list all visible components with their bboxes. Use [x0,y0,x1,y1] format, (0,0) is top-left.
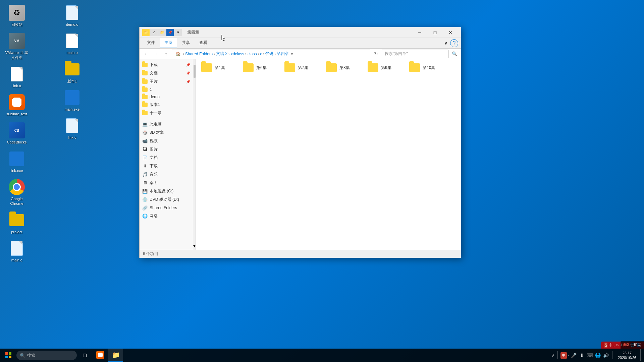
ime-dot-indicator[interactable]: · [568,353,569,357]
main-o-icon [66,34,78,48]
desktop-icon-demo-c[interactable]: demo.c [59,3,86,28]
link-o-label: link.o [12,83,21,88]
tab-file[interactable]: 文件 [142,38,160,48]
desktop-icon-main-c[interactable]: main.c [3,239,30,264]
file-item-ep9[interactable]: 第9集 [365,62,405,73]
forward-button[interactable]: → [152,50,160,58]
path-wengao[interactable]: 文稿 2 [216,51,227,57]
path-chapter4[interactable]: 第四章 [277,51,289,57]
tab-share[interactable]: 共享 [177,38,195,48]
recycle-bin-icon: ♻ [9,5,25,21]
main-c-icon [11,241,23,256]
tab-home[interactable]: 主页 [160,38,177,48]
path-xdclass[interactable]: xdclass [231,52,244,56]
sidebar-item-pictures2[interactable]: 🖼 图片 [140,145,193,154]
path-c[interactable]: c [260,52,262,56]
address-path[interactable]: 🏠 › Shared Folders › 文稿 2 › xdclass › cl… [172,50,370,58]
sidebar-item-shared-folders[interactable]: 🔗 Shared Folders [140,204,193,212]
ribbon-help-btn[interactable]: ? [450,39,458,47]
pictures2-icon: 🖼 [142,147,148,152]
task-view-button[interactable]: ❑ [78,349,92,362]
ribbon-tabs: 文件 主页 共享 查看 ∨ ? [140,38,461,48]
taskbar-app-sublime[interactable] [93,349,108,362]
taskbar-search[interactable]: 🔍 搜索 [16,351,77,360]
sidebar-item-dvd-d[interactable]: 💿 DVD 驱动器 (D:) [140,195,193,204]
search-box[interactable]: 搜索"第四章" [382,50,449,58]
back-button[interactable]: ← [142,50,150,58]
desktop-icon-link-exe[interactable]: link.exe [3,149,30,174]
sidebar-item-documents2[interactable]: 📄 文档 [140,154,193,162]
file-item-ep1[interactable]: 第1集 [199,62,239,73]
start-button[interactable] [2,349,15,362]
tray-icon-volume[interactable]: 🔊 [603,352,609,359]
search-label: 搜索 [27,353,35,358]
sidebar-item-version1[interactable]: 版本1 [140,101,193,109]
file-item-ep7[interactable]: 第7集 [282,62,322,73]
desktop-icon-recycle-bin[interactable]: ♻ 回收站 [3,3,30,28]
show-hidden-icons-btn[interactable]: ∧ [552,353,555,358]
sidebar-item-this-pc[interactable]: 💻 此电脑 [140,120,193,128]
path-class[interactable]: class [248,52,257,56]
qa-btn2[interactable]: 📁 [158,29,166,36]
desktop-icon-codeblocks[interactable]: CB CodeBlocks [3,121,30,146]
tray-icon-microphone[interactable]: 🎤 [571,352,577,359]
sidebar-item-chapter11[interactable]: 十一章 [140,109,193,117]
sidebar-item-videos[interactable]: 📹 视频 [140,137,193,145]
sidebar-item-pictures[interactable]: 图片 📌 [140,77,193,86]
sidebar-item-network[interactable]: 🌐 网络 [140,212,193,220]
sidebar-item-downloads2[interactable]: ⬇ 下载 [140,162,193,170]
path-daima[interactable]: 代码 [265,51,273,57]
taskbar-app-explorer[interactable]: 📁 [108,349,123,362]
music-label: 音乐 [150,172,158,177]
path-sep-5: › [263,52,264,56]
show-desktop-btn[interactable] [640,349,642,361]
tray-icon-network[interactable]: 🌐 [595,352,601,359]
recycle-bin-label: 回收站 [11,22,22,27]
ribbon-chevron[interactable]: ∨ [442,40,450,47]
qa-pin-btn[interactable]: 📌 [166,29,174,36]
file-item-ep6[interactable]: 第6集 [240,62,280,73]
refresh-button[interactable]: ↻ [372,50,380,58]
ime-zh-indicator[interactable]: 中 [560,352,567,359]
qa-dropdown-btn[interactable]: ▼ [174,29,182,36]
path-shared-folders[interactable]: Shared Folders [185,52,213,56]
sidebar-item-local-c[interactable]: 💾 本地磁盘 (C:) [140,187,193,195]
sidebar-scrollbar[interactable]: ▼ [193,59,196,250]
link-exe-label: link.exe [10,168,23,173]
taskbar-clock[interactable]: 23:17 2020/10/26 [615,351,639,360]
desktop-icon-main-o[interactable]: main.o [59,32,86,56]
file-item-ep8[interactable]: 第8集 [323,62,364,73]
desktop-icon-link-o[interactable]: link.o [3,65,30,89]
sidebar-item-documents[interactable]: 文档 📌 [140,69,193,77]
up-button[interactable]: ↑ [162,50,170,58]
sidebar-item-demo[interactable]: demo [140,93,193,101]
desktop-icon-banben1[interactable]: 版本1 [59,60,86,85]
close-button[interactable]: ✕ [443,27,458,38]
sidebar-item-downloads[interactable]: 下载 📌 [140,61,193,69]
ep7-name: 第7集 [298,65,308,71]
explorer-window: 📁 ✓ 📁 📌 ▼ 第四章 ─ □ ✕ 文件 主页 共享 查看 ∨ [139,27,461,258]
desktop-icon-vmware[interactable]: VM VMware 共 享文件夹 [3,32,30,61]
file-item-ep10[interactable]: 第10集 [407,62,447,73]
desktop-icon-sublime[interactable]: sublime_text [3,93,30,118]
sidebar-item-desktop[interactable]: 🖥 桌面 [140,179,193,187]
sidebar-item-c[interactable]: c [140,86,193,93]
desktop-icon-main-exe[interactable]: main.exe [59,88,86,113]
ep1-name: 第1集 [215,65,225,71]
qa-folder-btn[interactable]: 📁 [142,29,150,36]
nav-hint-text: 手航网 [630,342,641,347]
minimize-button[interactable]: ─ [412,27,427,38]
maximize-button[interactable]: □ [427,27,443,38]
desktop-icon-project[interactable]: project [3,211,30,236]
tray-icon-download[interactable]: ⬇ [579,352,585,359]
c-folder-icon [142,87,148,92]
desktop-icon-chrome[interactable]: GoogleChrome [3,178,30,207]
tab-view[interactable]: 查看 [195,38,212,48]
sidebar-item-3d[interactable]: 🎲 3D 对象 [140,128,193,137]
videos-label: 视频 [150,138,158,144]
sidebar-item-music[interactable]: 🎵 音乐 [140,170,193,179]
search-button[interactable]: 🔍 [450,50,459,58]
qa-check-btn[interactable]: ✓ [150,29,158,36]
tray-icon-keyboard[interactable]: ⌨ [587,352,593,359]
desktop-icon-link-c[interactable]: link.c [59,116,86,141]
